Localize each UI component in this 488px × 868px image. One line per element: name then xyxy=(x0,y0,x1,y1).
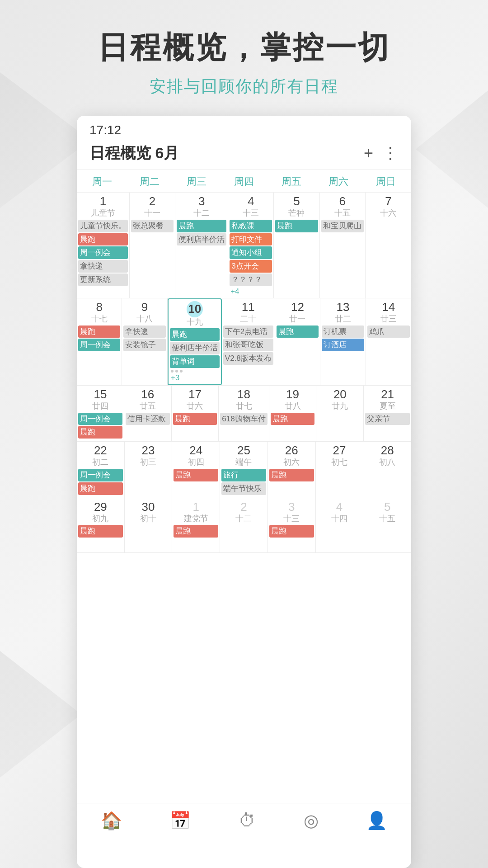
day-cell-w2-d3[interactable]: 10十九晨跑便利店半价活背单词+3 xyxy=(168,298,222,385)
event-pill[interactable]: 鸡爪 xyxy=(367,326,410,338)
event-pill[interactable]: 晨跑 xyxy=(271,413,315,425)
day-cell-w5-d1[interactable]: 29初九晨跑 xyxy=(77,498,125,552)
day-cell-w3-d7[interactable]: 21夏至父亲节 xyxy=(364,386,411,441)
nav-timer[interactable]: ⏱ xyxy=(239,811,256,830)
phone-card: 17:12 日程概览 6月 + ⋮ 周一 周二 周三 周四 周五 周六 周日 1… xyxy=(77,116,411,868)
event-pill[interactable]: 端午节快乐 xyxy=(221,482,266,495)
day-cell-w1-d5[interactable]: 5芒种晨跑 xyxy=(274,193,319,298)
event-pill[interactable]: 周一例会 xyxy=(78,246,128,259)
event-pill[interactable]: 晨跑 xyxy=(269,525,314,538)
day-cell-w2-d2[interactable]: 9十八拿快递安装镜子 xyxy=(122,298,167,385)
day-cell-w1-d2[interactable]: 2十一张总聚餐 xyxy=(130,193,175,298)
day-cell-w3-d3[interactable]: 17廿六晨跑 xyxy=(172,386,219,441)
day-cell-w4-d4[interactable]: 25端午旅行端午节快乐 xyxy=(220,442,268,497)
day-cell-w3-d6[interactable]: 20廿九 xyxy=(316,386,364,441)
event-pill[interactable]: 晨跑 xyxy=(269,469,314,481)
event-pill[interactable]: 通知小组 xyxy=(230,246,272,259)
event-pill[interactable]: 晨跑 xyxy=(78,233,128,246)
event-pill[interactable]: 晨跑 xyxy=(173,413,217,425)
day-cell-w4-d3[interactable]: 24初四晨跑 xyxy=(172,442,220,497)
event-pill[interactable]: 晨跑 xyxy=(78,426,122,439)
event-pill[interactable]: 和张哥吃饭 xyxy=(223,339,273,351)
event-pill[interactable]: 晨跑 xyxy=(275,220,318,232)
day-cell-w2-d4[interactable]: 11二十下午2点电话和张哥吃饭V2.8版本发布 xyxy=(222,298,275,385)
day-number: 16 xyxy=(126,387,170,401)
day-lunar: 十六 xyxy=(367,208,410,218)
day-cell-w1-d7[interactable]: 7十六 xyxy=(366,193,411,298)
event-pill[interactable]: 打印文件 xyxy=(230,233,272,246)
day-cell-w3-d1[interactable]: 15廿四周一例会晨跑 xyxy=(77,386,124,441)
day-cell-w4-d7[interactable]: 28初八 xyxy=(363,442,411,497)
day-cell-w5-d6[interactable]: 4十四 xyxy=(316,498,364,552)
event-pill[interactable]: 便利店半价活 xyxy=(177,233,226,246)
event-pill[interactable]: ？？？？ xyxy=(230,274,272,286)
day-lunar: 十五 xyxy=(321,208,364,218)
event-pill[interactable]: 更新系统 xyxy=(78,274,128,286)
event-pill[interactable]: 旅行 xyxy=(221,469,266,481)
day-lunar: 十五 xyxy=(365,514,410,524)
event-pill[interactable]: 订酒店 xyxy=(322,339,364,351)
event-pill[interactable]: 周一例会 xyxy=(78,413,122,425)
more-events-label[interactable]: +4 xyxy=(230,287,272,296)
event-pill[interactable]: 父亲节 xyxy=(365,413,410,425)
nav-stats[interactable]: ◎ xyxy=(304,811,319,830)
event-pill[interactable]: 3点开会 xyxy=(230,260,272,273)
event-pill[interactable]: 儿童节快乐。 xyxy=(78,220,128,232)
day-cell-w4-d2[interactable]: 23初三 xyxy=(125,442,173,497)
event-pill[interactable]: 晨跑 xyxy=(170,328,220,341)
event-pill[interactable]: 晨跑 xyxy=(78,482,123,495)
event-pill[interactable]: 周一例会 xyxy=(78,339,120,351)
event-pill[interactable]: 和宝贝爬山 xyxy=(321,220,364,232)
day-cell-w4-d6[interactable]: 27初七 xyxy=(316,442,364,497)
day-cell-w1-d4[interactable]: 4十三私教课打印文件通知小组3点开会？？？？+4 xyxy=(228,193,274,298)
event-pill[interactable]: 背单词 xyxy=(170,355,220,368)
event-pill[interactable]: 订机票 xyxy=(322,326,364,338)
day-cell-w3-d2[interactable]: 16廿五信用卡还款 xyxy=(124,386,172,441)
event-pill[interactable]: 便利店半价活 xyxy=(170,342,220,354)
event-pill[interactable]: 下午2点电话 xyxy=(223,326,273,338)
event-pill[interactable]: 私教课 xyxy=(230,220,272,232)
day-cell-w2-d5[interactable]: 12廿一晨跑 xyxy=(275,298,320,385)
nav-home[interactable]: 🏠 xyxy=(101,811,122,830)
day-cell-w3-d5[interactable]: 19廿八晨跑 xyxy=(269,386,317,441)
event-pill[interactable]: 拿快递 xyxy=(123,326,165,338)
event-pill[interactable]: 晨跑 xyxy=(78,326,120,338)
event-pill[interactable]: 晨跑 xyxy=(78,525,123,538)
day-number: 3 xyxy=(177,194,226,208)
day-cell-w5-d4[interactable]: 2十二 xyxy=(220,498,268,552)
more-button[interactable]: ⋮ xyxy=(382,144,399,163)
day-cell-w2-d7[interactable]: 14廿三鸡爪 xyxy=(366,298,411,385)
profile-icon: 👤 xyxy=(366,811,387,830)
event-pill[interactable]: 张总聚餐 xyxy=(131,220,174,232)
event-pill[interactable]: V2.8版本发布 xyxy=(223,352,273,365)
day-cell-w5-d2[interactable]: 30初十 xyxy=(125,498,173,552)
day-cell-w3-d4[interactable]: 18廿七618购物车付 xyxy=(219,386,269,441)
event-pill[interactable]: 618购物车付 xyxy=(220,413,267,425)
day-cell-w5-d5[interactable]: 3十三晨跑 xyxy=(268,498,316,552)
nav-calendar[interactable]: 📅 xyxy=(169,811,191,830)
day-cell-w5-d3[interactable]: 1建党节晨跑 xyxy=(172,498,220,552)
day-cell-w2-d1[interactable]: 8十七晨跑周一例会 xyxy=(77,298,122,385)
day-number: 8 xyxy=(78,300,120,314)
day-cell-w4-d1[interactable]: 22初二周一例会晨跑 xyxy=(77,442,125,497)
nav-profile[interactable]: 👤 xyxy=(366,811,387,830)
day-cell-w2-d6[interactable]: 13廿二订机票订酒店 xyxy=(320,298,366,385)
day-cell-w1-d3[interactable]: 3十二晨跑便利店半价活 xyxy=(175,193,228,298)
day-cell-w1-d1[interactable]: 1儿童节儿童节快乐。晨跑周一例会拿快递更新系统 xyxy=(77,193,130,298)
day-cell-w5-d7[interactable]: 5十五 xyxy=(363,498,411,552)
event-pill[interactable]: 信用卡还款 xyxy=(126,413,170,425)
more-events-label[interactable]: +3 xyxy=(170,373,220,382)
event-pill[interactable]: 周一例会 xyxy=(78,469,123,481)
event-pill[interactable]: 晨跑 xyxy=(174,469,218,481)
weekdays-header: 周一 周二 周三 周四 周五 周六 周日 xyxy=(77,170,411,193)
event-pill[interactable]: 安装镜子 xyxy=(123,339,165,351)
add-button[interactable]: + xyxy=(364,144,373,163)
day-cell-w1-d6[interactable]: 6十五和宝贝爬山 xyxy=(320,193,366,298)
event-pill[interactable]: 拿快递 xyxy=(78,260,128,273)
event-pill[interactable]: 晨跑 xyxy=(277,326,319,338)
day-cell-w4-d5[interactable]: 26初六晨跑 xyxy=(268,442,316,497)
day-lunar: 初六 xyxy=(269,458,314,467)
event-pill[interactable]: 晨跑 xyxy=(177,220,226,232)
event-pill[interactable]: 晨跑 xyxy=(174,525,218,538)
day-number: 22 xyxy=(78,443,123,458)
